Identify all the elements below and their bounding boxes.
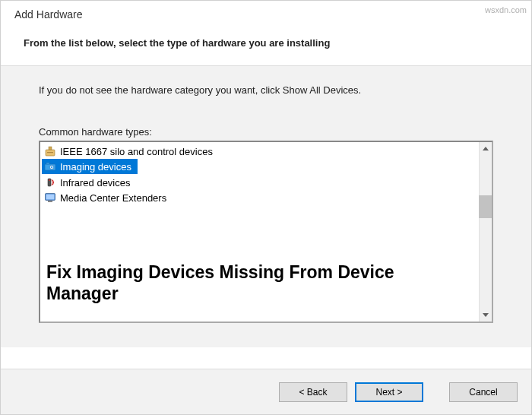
list-item-media-center-extenders[interactable]: Media Center Extenders <box>42 190 477 205</box>
next-button[interactable]: Next > <box>355 382 423 402</box>
back-button[interactable]: < Back <box>279 382 347 402</box>
add-hardware-wizard-window: wsxdn.com Add Hardware From the list bel… <box>0 0 532 415</box>
svg-rect-1 <box>49 147 52 150</box>
overlay-caption: Fix Imaging Devices Missing From Device … <box>46 261 442 306</box>
wizard-subtitle: From the list below, select the type of … <box>14 37 518 49</box>
svg-rect-4 <box>46 163 49 164</box>
svg-rect-10 <box>46 195 55 200</box>
svg-rect-2 <box>47 152 53 153</box>
watermark-text: wsxdn.com <box>485 5 527 14</box>
list-item-imaging-devices[interactable]: Imaging devices <box>42 159 138 174</box>
list-item-label: IEEE 1667 silo and control devices <box>60 146 213 157</box>
silo-device-icon <box>43 145 57 157</box>
listbox-scrollbar[interactable] <box>479 142 492 322</box>
scroll-thumb[interactable] <box>479 195 492 218</box>
svg-point-8 <box>49 179 50 181</box>
listbox-content: IEEE 1667 silo and control devices <box>40 142 479 322</box>
media-center-extenders-icon <box>43 192 57 204</box>
imaging-devices-icon <box>43 160 57 173</box>
list-item-infrared[interactable]: Infrared devices <box>42 175 477 190</box>
wizard-body: If you do not see the hardware category … <box>1 66 531 347</box>
svg-point-6 <box>51 166 52 168</box>
instruction-text: If you do not see the hardware category … <box>39 84 493 96</box>
list-item-label: Infrared devices <box>60 177 131 188</box>
list-item-ieee1667[interactable]: IEEE 1667 silo and control devices <box>42 144 477 159</box>
list-item-label: Media Center Extenders <box>60 192 166 204</box>
scroll-down-button[interactable] <box>480 309 492 322</box>
cancel-button[interactable]: Cancel <box>449 382 518 402</box>
list-label: Common hardware types: <box>39 126 493 138</box>
wizard-button-bar: < Back Next > Cancel <box>1 369 531 414</box>
infrared-devices-icon <box>43 176 57 188</box>
scroll-up-button[interactable] <box>480 142 492 155</box>
wizard-header: Add Hardware From the list below, select… <box>1 1 531 65</box>
hardware-types-listbox[interactable]: IEEE 1667 silo and control devices <box>39 141 493 323</box>
list-item-label: Imaging devices <box>60 161 131 173</box>
svg-rect-11 <box>48 201 52 202</box>
window-title: Add Hardware <box>14 8 518 21</box>
